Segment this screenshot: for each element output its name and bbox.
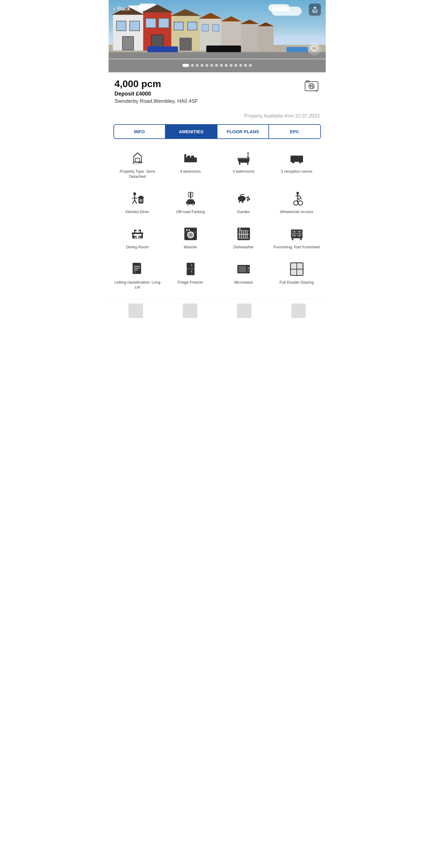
- amenity-parking: P Off-road Parking: [164, 185, 217, 221]
- svg-rect-14: [239, 163, 240, 164]
- svg-text:P: P: [190, 193, 192, 196]
- svg-rect-41: [132, 234, 134, 238]
- svg-point-57: [186, 229, 187, 230]
- svg-rect-81: [300, 238, 301, 240]
- favorite-button[interactable]: [308, 42, 321, 56]
- bottom-icon-3: [217, 299, 271, 324]
- amenity-glazing-label: Full Double Glazing: [280, 280, 314, 285]
- svg-rect-103: [297, 264, 302, 268]
- dot-2[interactable]: [196, 64, 199, 67]
- share-button[interactable]: [309, 4, 321, 16]
- svg-rect-91: [191, 264, 192, 266]
- svg-rect-47: [134, 236, 137, 237]
- svg-text:360°: 360°: [310, 85, 314, 87]
- bed-icon: [182, 150, 199, 167]
- svg-rect-16: [237, 158, 250, 159]
- dot-7[interactable]: [220, 64, 223, 67]
- svg-rect-95: [238, 266, 246, 272]
- svg-rect-97: [247, 270, 250, 270]
- amenity-furnishing: Furnishing: Part Furnished: [270, 221, 323, 256]
- amenity-dining-label: Dining Room: [126, 245, 149, 250]
- amenity-letting-label: Letting classification: Long Let: [112, 280, 163, 290]
- amenity-wheelchair: Wheelchair Access: [270, 185, 323, 221]
- amenity-fridge: Fridge Freezer: [164, 256, 217, 296]
- svg-rect-89: [186, 269, 194, 275]
- image-dots: [182, 64, 252, 67]
- svg-rect-80: [292, 238, 293, 240]
- amenity-reception-rooms: 2 reception rooms: [270, 145, 323, 185]
- letting-icon: L: [129, 261, 146, 278]
- dot-4[interactable]: [205, 64, 208, 67]
- svg-point-34: [187, 204, 189, 205]
- svg-rect-22: [291, 156, 302, 157]
- svg-rect-68: [238, 238, 249, 239]
- virtual-tour-button[interactable]: 360°: [303, 79, 320, 95]
- hero-image-section: ‹ Back: [109, 0, 326, 72]
- dishwasher-icon: [235, 225, 252, 242]
- amenity-bathrooms: 3 bathrooms: [217, 145, 270, 185]
- bottom-icon-4: [271, 299, 326, 324]
- property-tabs: INFO AMENITIES FLOOR PLANS EPC: [113, 124, 321, 139]
- kitchen-icon: [129, 190, 146, 207]
- dot-5[interactable]: [210, 64, 213, 67]
- amenity-furnishing-label: Furnishing: Part Furnished: [273, 245, 320, 250]
- svg-rect-11: [191, 156, 194, 158]
- deposit: Deposit £4000: [115, 91, 320, 97]
- tab-floor-plans[interactable]: FLOOR PLANS: [218, 125, 269, 138]
- tab-epc[interactable]: EPC: [269, 125, 320, 138]
- amenity-reception-label: 2 reception rooms: [281, 169, 312, 174]
- svg-point-39: [298, 201, 302, 205]
- furnishing-icon: [288, 225, 305, 242]
- back-label: Back: [117, 6, 130, 12]
- dot-12[interactable]: [244, 64, 247, 67]
- amenity-dining: Dining Room: [111, 221, 164, 256]
- dot-3[interactable]: [201, 64, 204, 67]
- svg-rect-40: [132, 232, 143, 234]
- dot-11[interactable]: [239, 64, 242, 67]
- heart-icon: [310, 45, 318, 53]
- svg-rect-49: [134, 237, 135, 239]
- amenity-property-type: Property Type: Semi Detached: [111, 145, 164, 185]
- svg-rect-76: [293, 231, 294, 232]
- amenity-microwave-label: Microwave: [234, 280, 253, 285]
- tour-360-icon: 360°: [303, 79, 320, 95]
- svg-rect-59: [184, 232, 197, 232]
- svg-point-58: [188, 229, 190, 230]
- dot-8[interactable]: [225, 64, 228, 67]
- svg-rect-44: [134, 230, 135, 233]
- amenity-glazing: Full Double Glazing: [270, 256, 323, 296]
- svg-rect-71: [291, 233, 302, 234]
- dot-1[interactable]: [191, 64, 194, 67]
- svg-text:L: L: [134, 270, 136, 273]
- svg-rect-67: [238, 230, 249, 231]
- svg-rect-105: [297, 270, 302, 275]
- svg-rect-52: [140, 237, 141, 239]
- fridge-icon: [182, 261, 199, 278]
- amenity-fridge-label: Fridge Freezer: [178, 280, 203, 285]
- svg-rect-78: [293, 235, 294, 236]
- property-info-section: 4,000 pcm Deposit £4000 Swinderby Road,W…: [109, 72, 326, 111]
- amenity-parking-label: Off-road Parking: [176, 210, 205, 215]
- svg-point-35: [192, 204, 194, 205]
- dot-9[interactable]: [230, 64, 233, 67]
- dot-10[interactable]: [234, 64, 237, 67]
- svg-rect-15: [247, 163, 249, 164]
- tab-amenities[interactable]: AMENITIES: [166, 125, 218, 138]
- svg-rect-98: [247, 271, 250, 272]
- svg-rect-104: [291, 270, 296, 275]
- amenity-garden-label: Garden: [237, 210, 250, 215]
- dot-6[interactable]: [215, 64, 218, 67]
- svg-point-69: [239, 228, 240, 230]
- back-button[interactable]: ‹ Back: [113, 5, 130, 13]
- svg-rect-102: [291, 264, 296, 268]
- amenity-letting: L Letting classification: Long Let: [111, 256, 164, 296]
- availability-text: Property Available from 22.07.2023: [109, 113, 326, 119]
- dot-13[interactable]: [249, 64, 252, 67]
- svg-rect-42: [141, 234, 143, 238]
- svg-rect-26: [139, 195, 142, 197]
- dot-0[interactable]: [182, 64, 189, 67]
- svg-rect-9: [184, 154, 186, 162]
- svg-rect-20: [292, 161, 294, 163]
- svg-rect-77: [299, 231, 300, 232]
- tab-info[interactable]: INFO: [114, 125, 166, 138]
